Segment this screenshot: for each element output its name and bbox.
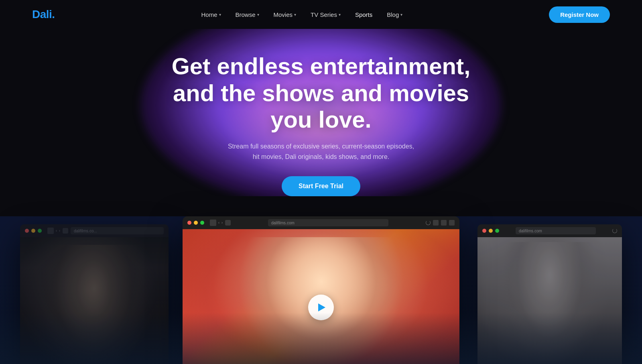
back-arrow-icon: ‹ (218, 221, 219, 225)
nav-item-sports[interactable]: Sports (355, 11, 372, 18)
nav-item-tv-series[interactable]: TV Series ▾ (311, 11, 341, 18)
browser-titlebar-center: ‹ › dalifilms.com (183, 216, 459, 229)
mockups-section: ‹ › dalifilms.co... ‹ › dalifilms.com (0, 216, 642, 364)
film-image-left (20, 237, 169, 364)
nav-home-label: Home (201, 11, 217, 18)
browser-left: ‹ › dalifilms.co... (20, 224, 169, 364)
film-image-right (477, 237, 622, 364)
browser-content-center (183, 229, 459, 364)
shield-icon (225, 220, 231, 226)
chevron-down-icon: ▾ (339, 12, 341, 17)
chevron-down-icon: ▾ (400, 12, 402, 17)
nav-movies-label: Movies (274, 11, 293, 18)
refresh-icon (426, 220, 431, 225)
chevron-down-icon: ▾ (257, 12, 259, 17)
nav-item-browse[interactable]: Browse ▾ (236, 11, 259, 18)
nav-browse-label: Browse (236, 11, 256, 18)
hero-section: Get endless entertainment, and the shows… (0, 29, 642, 196)
share-icon (433, 220, 439, 226)
hero-headline: Get endless entertainment, and the shows… (169, 53, 473, 133)
forward-arrow-icon: › (221, 221, 223, 225)
browser-right: dalifilms.com (477, 224, 622, 364)
dot-red-icon (482, 229, 486, 233)
chevron-down-icon: ▾ (294, 12, 296, 17)
add-tab-icon (441, 220, 447, 226)
url-bar-right[interactable]: dalifilms.com (516, 227, 596, 234)
chevron-down-icon: ▾ (219, 12, 221, 17)
url-bar-center[interactable]: dalifilms.com (268, 219, 388, 226)
fullscreen-icon (449, 220, 455, 226)
start-trial-button[interactable]: Start Free Trial (282, 176, 360, 196)
dot-red-icon (187, 221, 191, 225)
browser-titlebar-right: dalifilms.com (477, 224, 622, 237)
main-nav: Dali. Home ▾ Browse ▾ Movies ▾ TV Series… (0, 0, 642, 29)
nav-links: Home ▾ Browse ▾ Movies ▾ TV Series ▾ Spo (201, 11, 402, 18)
nav-item-movies[interactable]: Movies ▾ (274, 11, 297, 18)
nav-icon-grid (210, 220, 216, 226)
brand-name: Dali (32, 8, 52, 20)
play-icon (318, 303, 325, 311)
play-button[interactable] (308, 295, 334, 320)
nav-tv-series-label: TV Series (311, 11, 337, 18)
refresh-icon (612, 228, 617, 233)
dot-green-icon (495, 229, 499, 233)
hero-subheadline: Stream full seasons of exclusive series,… (225, 141, 417, 162)
brand-logo[interactable]: Dali. (32, 8, 55, 21)
titlebar-actions (433, 220, 455, 226)
nav-blog-label: Blog (387, 11, 399, 18)
nav-item-blog[interactable]: Blog ▾ (387, 11, 402, 18)
hero-content: Get endless entertainment, and the shows… (8, 53, 634, 196)
nav-sports-label: Sports (355, 11, 372, 18)
register-button[interactable]: Register Now (549, 6, 610, 23)
browser-content-right (477, 237, 622, 364)
dot-yellow-icon (489, 229, 493, 233)
dot-yellow-icon (194, 221, 198, 225)
browser-center: ‹ › dalifilms.com (183, 216, 459, 364)
browser-content-left (20, 237, 169, 364)
dot-green-icon (200, 221, 204, 225)
titlebar-nav: ‹ › (210, 220, 223, 226)
brand-dot: . (52, 8, 55, 20)
nav-item-home[interactable]: Home ▾ (201, 11, 221, 18)
